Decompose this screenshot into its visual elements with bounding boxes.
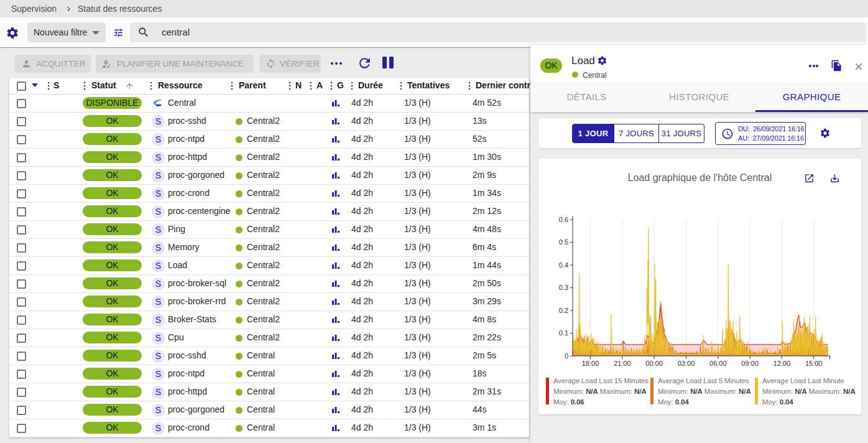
svg-text:06:00: 06:00 [709, 360, 727, 367]
svg-text:15:00: 15:00 [805, 360, 823, 367]
svg-text:0.2: 0.2 [559, 307, 568, 314]
svg-text:12:00: 12:00 [773, 360, 791, 367]
svg-text:0.4: 0.4 [559, 261, 568, 269]
svg-text:0.6: 0.6 [559, 216, 568, 223]
svg-text:0.5: 0.5 [559, 238, 568, 246]
svg-text:03:00: 03:00 [678, 360, 695, 367]
svg-text:0.3: 0.3 [559, 284, 568, 291]
svg-text:00:00: 00:00 [645, 360, 663, 367]
svg-text:0: 0 [565, 352, 568, 360]
svg-text:18:00: 18:00 [582, 360, 599, 367]
svg-text:0.1: 0.1 [559, 329, 568, 337]
svg-text:09:00: 09:00 [741, 360, 759, 367]
svg-text:21:00: 21:00 [614, 360, 631, 367]
